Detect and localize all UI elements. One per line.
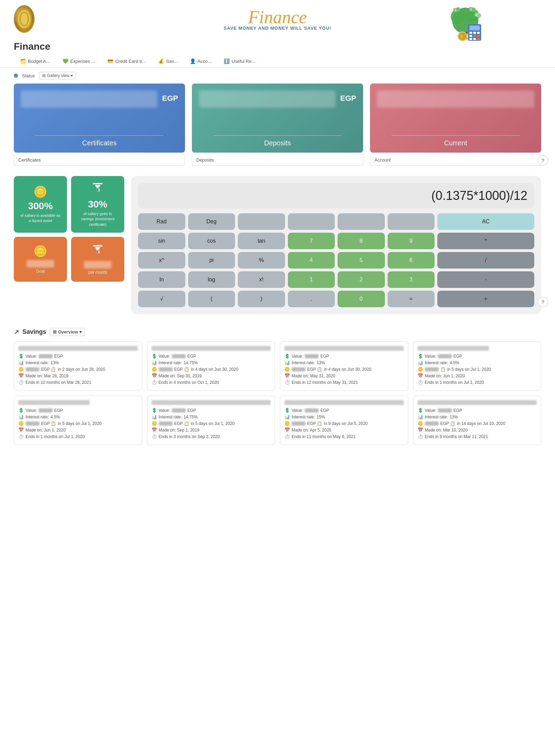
calc-btn-[interactable] (338, 213, 385, 230)
savings-arrow-icon: ↗ (14, 328, 19, 336)
calc-btn-[interactable]: / (437, 252, 534, 269)
calc-btn-AC[interactable]: AC (437, 213, 534, 230)
coins-icon: 🪙 (33, 185, 47, 198)
svg-rect-16 (469, 32, 472, 34)
savings-card-5[interactable]: 💲 Value: EGP 📊 Interest rate: 4.5% 🪙 EGP… (14, 396, 142, 445)
savings-ends-2: ⏱️ Ends in 4 months on Oct 1, 2020 (152, 380, 271, 385)
tab-useful[interactable]: ℹ️ Useful Re... (217, 56, 261, 67)
timer-icon-8: ⏱️ (418, 434, 423, 439)
help-button-2[interactable]: ? (538, 297, 548, 307)
coin-blur-1 (26, 367, 39, 371)
calc-btn-1[interactable]: 1 (288, 271, 335, 288)
calendar-icon-3: 📅 (284, 373, 290, 378)
useful-icon: ℹ️ (224, 58, 230, 64)
interest-val-7: 15% (317, 415, 325, 419)
calc-btn-6[interactable]: 6 (388, 252, 435, 269)
savings-card-4[interactable]: 💲 Value: EGP 📊 Interest rate: 4.5% 🪙 📋 i… (413, 341, 542, 391)
calc-btn-9[interactable]: 9 (388, 233, 435, 249)
expenses-icon: 💚 (62, 58, 68, 64)
calc-btn-3[interactable]: 3 (388, 271, 435, 288)
savings-made-7: 📅 Made on: Apr 5, 2020 (284, 427, 404, 433)
calc-btn-pi[interactable]: pi (188, 252, 235, 269)
tab-accounts-label: Acco... (198, 59, 212, 64)
calc-btn-[interactable] (238, 213, 285, 230)
made-1: Made on: Mar 28, 2019 (26, 374, 68, 378)
svg-text:$: $ (98, 250, 100, 254)
goal-label: Goal (36, 269, 45, 274)
help-button-1[interactable]: ? (538, 155, 548, 166)
calc-btn-8[interactable]: 8 (338, 233, 385, 249)
coin-icon-2: 🪙 (152, 367, 157, 372)
calc-btn-2[interactable]: 2 (338, 271, 385, 288)
calc-btn-ln[interactable]: ln (138, 271, 185, 288)
deposits-card[interactable]: EGP Deposits (192, 84, 363, 153)
status-dot (14, 74, 18, 78)
calc-btn-log[interactable]: log (188, 271, 235, 288)
certificates-card[interactable]: EGP Certificates (14, 84, 185, 153)
blur-val-3 (305, 354, 319, 358)
brand-area: Finance SAVE MONEY AND MONEY WILL SAVE Y… (224, 7, 331, 31)
calc-btn-5[interactable]: 5 (338, 252, 385, 269)
interest-val-2: 14.75% (184, 360, 198, 365)
header-logo (14, 5, 35, 33)
calc-btn-[interactable]: * (437, 233, 534, 249)
calc-btn-[interactable]: √ (138, 291, 185, 307)
calc-btn-Deg[interactable]: Deg (188, 213, 235, 230)
savings-made-6: 📅 Made on: Sep 1, 2019 (152, 427, 271, 433)
savings-card-8[interactable]: 💲 Value: EGP 📊 Interest rate: 13% 🪙 EGP … (413, 396, 542, 445)
savings-interest-3: 📊 Interest rate: 13% (284, 360, 404, 365)
tab-credit[interactable]: 💳 Credit Card tr... (101, 56, 152, 67)
calc-btn-[interactable]: % (238, 252, 285, 269)
liquid-pct: 300% (28, 201, 53, 212)
svg-rect-32 (93, 245, 103, 246)
gallery-view-button[interactable]: ⊞ Gallery view ▾ (39, 72, 76, 79)
calc-btn-[interactable]: ) (238, 291, 285, 307)
tab-savings[interactable]: 💰 Sav... (152, 56, 183, 67)
tab-accounts[interactable]: 👤 Acco... (184, 56, 218, 67)
calc-btn-[interactable]: ( (188, 291, 235, 307)
calc-btn-[interactable]: = (388, 291, 435, 307)
savings-card-7[interactable]: 💲 Value: EGP 📊 Interest rate: 15% 🪙 EGP … (280, 396, 408, 445)
tab-expenses[interactable]: 💚 Expenses ... (56, 56, 101, 67)
savings-ends-7: ⏱️ Ends in 11 months on May 6, 2021 (284, 434, 404, 439)
timer-icon-7: ⏱️ (284, 434, 290, 439)
calc-btn-[interactable]: + (437, 291, 534, 307)
current-card-wrapper: Current Account (370, 84, 541, 166)
current-card[interactable]: Current (370, 84, 541, 153)
blur-val-8 (438, 408, 452, 413)
calc-btn-Rad[interactable]: Rad (138, 213, 185, 230)
deposits-title: Deposits (264, 139, 291, 147)
calc-btn-tan[interactable]: tan (238, 233, 285, 249)
calc-btn-[interactable]: - (437, 271, 534, 288)
savings-card-3[interactable]: 💲 Value: EGP 📊 Interest rate: 13% 🪙 EGP … (280, 341, 408, 391)
dollar-icon-4: 💲 (418, 353, 423, 359)
calc-btn-x[interactable]: x! (238, 271, 285, 288)
savings-interest-7: 📊 Interest rate: 15% (284, 414, 404, 419)
calc-btn-0[interactable]: 0 (338, 291, 385, 307)
calc-btn-sin[interactable]: sin (138, 233, 185, 249)
tab-budget[interactable]: 🗂️ Budget A... (14, 56, 56, 67)
days-3: in 4 days on Jun 30, 2020 (324, 367, 371, 372)
savings-card-6[interactable]: 💲 Value: EGP 📊 Interest rate: 14.75% 🪙 E… (147, 396, 275, 445)
made-5: Made on: Jun 1, 2020 (26, 428, 66, 433)
calc-btn-7[interactable]: 7 (288, 233, 335, 249)
tab-expenses-label: Expenses ... (70, 59, 95, 64)
dollar-icon-6: 💲 (152, 408, 157, 413)
calc-btn-[interactable] (388, 213, 435, 230)
per-month-value-blur (84, 261, 111, 269)
savings-card-1[interactable]: 💲 Value: EGP 📊 Interest rate: 13% 🪙 EGP … (14, 341, 142, 391)
coin-icon-6: 🪙 (152, 421, 157, 426)
overview-button[interactable]: ⊞ Overview ▾ (50, 328, 85, 336)
calc-btn-[interactable]: . (288, 291, 335, 307)
savings-ends-8: ⏱️ Ends in 9 months on Mar 11, 2021 (418, 434, 537, 439)
ends-5: Ends in 1 months on Jul 1, 2020 (26, 434, 85, 439)
calc-btn-[interactable] (288, 213, 335, 230)
overview-grid-icon: ⊞ (53, 329, 57, 335)
calc-btn-x[interactable]: x^ (138, 252, 185, 269)
calc-btn-cos[interactable]: cos (188, 233, 235, 249)
days-5: in 5 days on Jul 1, 2020 (58, 421, 101, 426)
accounts-icon: 👤 (190, 58, 196, 64)
calc-display: (0.1375*1000)/12 (138, 183, 534, 209)
savings-card-2[interactable]: 💲 Value: EGP 📊 Interest rate: 14.75% 🪙 E… (147, 341, 275, 391)
calc-btn-4[interactable]: 4 (288, 252, 335, 269)
